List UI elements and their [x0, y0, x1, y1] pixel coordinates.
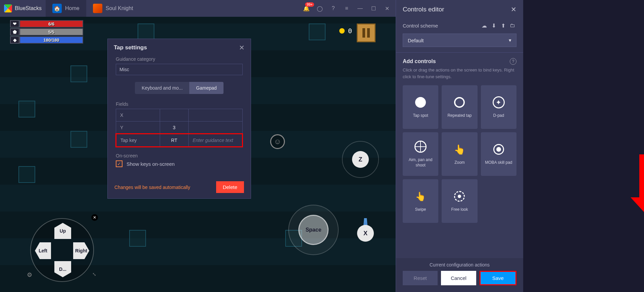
fields-label: Fields — [116, 101, 243, 107]
expand-icon[interactable]: ⤡ — [92, 272, 96, 277]
game-viewport[interactable]: ❤6/6 ⬟5/5 ◆180/180 0 ☺ ✕ Up D... Left Ri… — [0, 17, 396, 292]
heart-icon: ❤ — [10, 20, 19, 28]
tab-home[interactable]: 🏠 Home — [46, 0, 86, 17]
notifications-icon[interactable]: 🔔99+ — [300, 2, 312, 14]
home-icon: 🏠 — [52, 4, 62, 13]
add-controls-title: Add controls — [403, 58, 436, 64]
control-dpad[interactable]: D-pad — [481, 85, 516, 129]
field-x-label: X — [116, 109, 160, 121]
delete-button[interactable]: Delete — [216, 181, 244, 193]
account-icon[interactable]: ◯ — [314, 2, 326, 14]
onscreen-label: On-screen — [116, 153, 243, 158]
dialog-close-icon[interactable]: ✕ — [239, 44, 245, 52]
dpad-left[interactable]: Left — [35, 242, 51, 259]
help-circle-icon[interactable]: ? — [510, 58, 516, 65]
control-aim-pan-shoot[interactable]: Aim, pan and shoot — [403, 132, 438, 176]
autosave-message: Changes will be saved automatically — [114, 185, 190, 190]
toggle-gamepad[interactable]: Gamepad — [189, 82, 223, 94]
space-button[interactable]: Space — [298, 215, 329, 245]
panel-title: Controls editor — [403, 6, 444, 13]
x-button[interactable]: X — [357, 225, 374, 242]
settings-gear-icon[interactable]: ⚙ — [27, 271, 32, 279]
close-window-icon[interactable]: ✕ — [381, 2, 393, 14]
field-tapkey-value[interactable]: RT — [160, 134, 189, 146]
control-swipe[interactable]: 👆Swipe — [403, 179, 438, 223]
field-tapkey-label: Tap key — [116, 134, 160, 146]
tap-key-row-highlighted: Tap key RT Enter guidance text — [115, 133, 243, 147]
mana-icon: ◆ — [10, 36, 19, 44]
armor-value: 5/5 — [20, 29, 83, 35]
cancel-button[interactable]: Cancel — [441, 271, 476, 285]
field-tapkey-guidance[interactable]: Enter guidance text — [189, 134, 242, 146]
controls-editor-panel: Controls editor ✕ Control scheme ☁ ⬇ ⬆ 🗀… — [396, 0, 523, 292]
control-zoom[interactable]: 👆Zoom — [442, 132, 477, 176]
notification-badge: 99+ — [305, 2, 314, 7]
control-moba-skill[interactable]: MOBA skill pad — [481, 132, 516, 176]
app-name: BlueStacks — [15, 5, 42, 11]
pause-button[interactable] — [357, 23, 376, 42]
dpad-up[interactable]: Up — [54, 223, 71, 239]
show-keys-label: Show keys on-screen — [127, 161, 175, 167]
coin-count: 0 — [348, 27, 352, 35]
footer-label: Current configuration actions — [403, 262, 516, 267]
maximize-icon[interactable]: ☐ — [367, 2, 380, 14]
cloud-icon[interactable]: ☁ — [480, 21, 488, 30]
emote-button[interactable]: ☺ — [270, 134, 285, 149]
shield-icon: ⬟ — [10, 28, 19, 36]
field-y-value[interactable]: 3 — [160, 121, 189, 134]
bluestacks-icon — [4, 4, 12, 12]
reset-button[interactable]: Reset — [403, 271, 438, 285]
control-tap-spot[interactable]: Tap spot — [403, 85, 438, 129]
import-icon[interactable]: ⬇ — [490, 21, 498, 30]
field-y-label: Y — [116, 121, 160, 134]
dpad-overlay[interactable]: ✕ Up D... Left Right — [30, 218, 94, 282]
tab-game[interactable]: Soul Knight — [86, 0, 140, 17]
add-controls-description: Click or drag the actions on the screen … — [403, 67, 516, 80]
scheme-label: Control scheme — [403, 23, 438, 29]
show-keys-checkbox[interactable]: ✓ — [116, 160, 122, 167]
field-x-value[interactable] — [160, 109, 189, 121]
toggle-keyboard[interactable]: Keyboard and mo... — [135, 82, 189, 94]
z-button[interactable]: Z — [352, 151, 369, 168]
minimize-icon[interactable]: — — [354, 2, 366, 14]
hp-value: 6/6 — [20, 21, 83, 27]
game-hud: ❤6/6 ⬟5/5 ◆180/180 — [10, 20, 83, 44]
control-free-look[interactable]: Free look — [442, 179, 477, 223]
mp-value: 180/180 — [20, 37, 83, 43]
export-icon[interactable]: ⬆ — [499, 21, 507, 30]
fields-table: X Y 3 Tap key RT Enter guidance text — [116, 109, 243, 147]
category-input[interactable] — [116, 64, 243, 75]
game-icon — [93, 4, 102, 13]
tap-settings-dialog: Tap settings ✕ Guidance category Keyboar… — [107, 39, 251, 199]
panel-close-icon[interactable]: ✕ — [511, 5, 516, 13]
save-button[interactable]: Save — [480, 271, 516, 285]
scheme-dropdown[interactable]: Default ▾ — [403, 34, 516, 47]
dpad-close-icon[interactable]: ✕ — [91, 214, 98, 221]
category-label: Guidance category — [116, 56, 243, 62]
dpad-down[interactable]: D... — [54, 261, 71, 277]
coin-icon — [339, 28, 345, 34]
folder-icon[interactable]: 🗀 — [508, 21, 516, 30]
coin-display: 0 — [339, 27, 352, 35]
dialog-title: Tap settings — [114, 44, 147, 51]
menu-icon[interactable]: ≡ — [341, 2, 353, 14]
titlebar: BlueStacks 🏠 Home Soul Knight 🔔99+ ◯ ? ≡… — [0, 0, 396, 17]
bluestacks-logo: BlueStacks — [0, 4, 46, 12]
dpad-right[interactable]: Right — [73, 242, 89, 259]
chevron-down-icon: ▾ — [509, 37, 511, 43]
help-icon[interactable]: ? — [327, 2, 339, 14]
control-repeated-tap[interactable]: Repeated tap — [442, 85, 477, 129]
